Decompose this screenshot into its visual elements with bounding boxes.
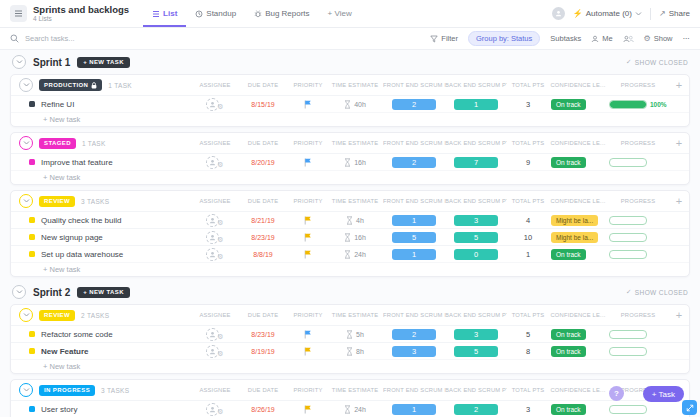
- due-date[interactable]: 8/21/19: [237, 217, 289, 224]
- confidence-level[interactable]: On track: [551, 157, 586, 168]
- front-end-scrum-pts[interactable]: 1: [392, 404, 436, 415]
- due-date[interactable]: 8/26/19: [237, 406, 289, 413]
- col-front-end-pts[interactable]: FRONT END SCRUM PTS: [383, 312, 445, 318]
- time-estimate-cell[interactable]: 16h: [327, 233, 383, 242]
- assignee-cell[interactable]: ⚙: [193, 214, 237, 227]
- status-badge[interactable]: STAGED: [39, 138, 76, 149]
- col-assignee[interactable]: ASSIGNEE: [193, 387, 237, 393]
- show-closed-toggle[interactable]: ✓ SHOW CLOSED: [626, 58, 688, 66]
- assignee-cell[interactable]: ⚙: [193, 248, 237, 261]
- col-back-end-pts[interactable]: BACK END SCRUM PTS: [445, 140, 507, 146]
- priority-cell[interactable]: [289, 405, 327, 414]
- sprint-title[interactable]: Sprint 2: [33, 287, 70, 298]
- time-estimate-cell[interactable]: 16h: [327, 158, 383, 167]
- task-name[interactable]: Improve that feature: [41, 158, 113, 167]
- add-view-button[interactable]: + View: [319, 0, 361, 27]
- time-estimate-cell[interactable]: 8h: [327, 347, 383, 356]
- task-row[interactable]: Set up data warehouse ⚙ 8/8/19 24h 1 0 1…: [11, 245, 689, 262]
- task-row[interactable]: Improve that feature ⚙ 8/20/19 16h 2 7 9…: [11, 153, 689, 170]
- col-time-estimate[interactable]: TIME ESTIMATE: [327, 387, 383, 393]
- col-confidence[interactable]: CONFIDENCE LE...: [549, 82, 607, 88]
- collapse-sprint-icon[interactable]: [12, 285, 26, 299]
- col-time-estimate[interactable]: TIME ESTIMATE: [327, 82, 383, 88]
- col-assignee[interactable]: ASSIGNEE: [193, 140, 237, 146]
- priority-cell[interactable]: [289, 100, 327, 109]
- front-end-scrum-pts[interactable]: 2: [392, 157, 436, 168]
- new-task-row[interactable]: + New task: [11, 359, 689, 373]
- back-end-scrum-pts[interactable]: 0: [454, 249, 498, 260]
- assignee-cell[interactable]: ⚙: [193, 231, 237, 244]
- expand-corner-button[interactable]: [682, 400, 697, 415]
- col-back-end-pts[interactable]: BACK END SCRUM PTS: [445, 82, 507, 88]
- priority-cell[interactable]: [289, 158, 327, 167]
- due-date[interactable]: 8/19/19: [237, 348, 289, 355]
- col-confidence[interactable]: CONFIDENCE LE...: [549, 312, 607, 318]
- col-back-end-pts[interactable]: BACK END SCRUM PTS: [445, 387, 507, 393]
- collapse-group-icon[interactable]: [19, 308, 33, 322]
- front-end-scrum-pts[interactable]: 2: [392, 99, 436, 110]
- sprint-title[interactable]: Sprint 1: [33, 57, 70, 68]
- new-task-button[interactable]: + NEW TASK: [77, 57, 130, 68]
- new-task-row[interactable]: + New task: [11, 112, 689, 126]
- back-end-scrum-pts[interactable]: 2: [454, 404, 498, 415]
- col-total-pts[interactable]: TOTAL PTS: [507, 140, 549, 146]
- automate-button[interactable]: ⚡ Automate (0): [573, 9, 642, 18]
- add-column-icon[interactable]: +: [669, 196, 689, 207]
- col-due-date[interactable]: DUE DATE: [237, 387, 289, 393]
- show-closed-toggle[interactable]: ✓ SHOW CLOSED: [626, 288, 688, 296]
- confidence-level[interactable]: Might be la...: [551, 232, 598, 243]
- confidence-level[interactable]: On track: [551, 249, 586, 260]
- col-total-pts[interactable]: TOTAL PTS: [507, 312, 549, 318]
- col-front-end-pts[interactable]: FRONT END SCRUM PTS: [383, 140, 445, 146]
- assignees-button[interactable]: [623, 35, 634, 43]
- new-task-fab[interactable]: + Task: [643, 386, 684, 402]
- due-date[interactable]: 8/15/19: [237, 101, 289, 108]
- due-date[interactable]: 8/23/19: [237, 331, 289, 338]
- col-progress[interactable]: PROGRESS: [607, 140, 669, 146]
- front-end-scrum-pts[interactable]: 1: [392, 249, 436, 260]
- col-confidence[interactable]: CONFIDENCE LE...: [549, 198, 607, 204]
- task-name[interactable]: New signup page: [41, 233, 103, 242]
- status-badge[interactable]: PRODUCTION: [39, 79, 102, 91]
- time-estimate-cell[interactable]: 4h: [327, 216, 383, 225]
- col-confidence[interactable]: CONFIDENCE LE...: [549, 387, 607, 393]
- col-assignee[interactable]: ASSIGNEE: [193, 82, 237, 88]
- search-input[interactable]: [23, 33, 137, 44]
- col-priority[interactable]: PRIORITY: [289, 140, 327, 146]
- task-name[interactable]: Quality check the build: [41, 216, 122, 225]
- col-front-end-pts[interactable]: FRONT END SCRUM PTS: [383, 82, 445, 88]
- col-total-pts[interactable]: TOTAL PTS: [507, 198, 549, 204]
- front-end-scrum-pts[interactable]: 2: [392, 329, 436, 340]
- col-priority[interactable]: PRIORITY: [289, 312, 327, 318]
- confidence-level[interactable]: On track: [551, 404, 586, 415]
- subtasks-button[interactable]: Subtasks: [550, 34, 581, 43]
- add-column-icon[interactable]: +: [669, 138, 689, 149]
- front-end-scrum-pts[interactable]: 3: [392, 346, 436, 357]
- confidence-level[interactable]: On track: [551, 329, 586, 340]
- col-back-end-pts[interactable]: BACK END SCRUM PTS: [445, 312, 507, 318]
- due-date[interactable]: 8/23/19: [237, 234, 289, 241]
- tab-list[interactable]: List: [143, 0, 186, 27]
- priority-cell[interactable]: [289, 216, 327, 225]
- col-progress[interactable]: PROGRESS: [607, 198, 669, 204]
- back-end-scrum-pts[interactable]: 5: [454, 346, 498, 357]
- task-name[interactable]: Set up data warehouse: [41, 250, 123, 259]
- tab-bug-reports[interactable]: Bug Reports: [245, 0, 318, 27]
- back-end-scrum-pts[interactable]: 3: [454, 329, 498, 340]
- new-task-row[interactable]: + New task: [11, 170, 689, 184]
- assignee-cell[interactable]: ⚙: [193, 403, 237, 416]
- col-total-pts[interactable]: TOTAL PTS: [507, 82, 549, 88]
- col-back-end-pts[interactable]: BACK END SCRUM PTS: [445, 198, 507, 204]
- tab-standup[interactable]: Standup: [186, 0, 245, 27]
- col-front-end-pts[interactable]: FRONT END SCRUM PTS: [383, 198, 445, 204]
- confidence-level[interactable]: On track: [551, 99, 586, 110]
- col-time-estimate[interactable]: TIME ESTIMATE: [327, 198, 383, 204]
- col-assignee[interactable]: ASSIGNEE: [193, 312, 237, 318]
- more-options-icon[interactable]: ⋯: [683, 34, 691, 43]
- front-end-scrum-pts[interactable]: 1: [392, 215, 436, 226]
- back-end-scrum-pts[interactable]: 3: [454, 215, 498, 226]
- task-name[interactable]: New Feature: [41, 347, 89, 356]
- assignee-cell[interactable]: ⚙: [193, 156, 237, 169]
- back-end-scrum-pts[interactable]: 5: [454, 232, 498, 243]
- filter-button[interactable]: Filter: [430, 34, 458, 43]
